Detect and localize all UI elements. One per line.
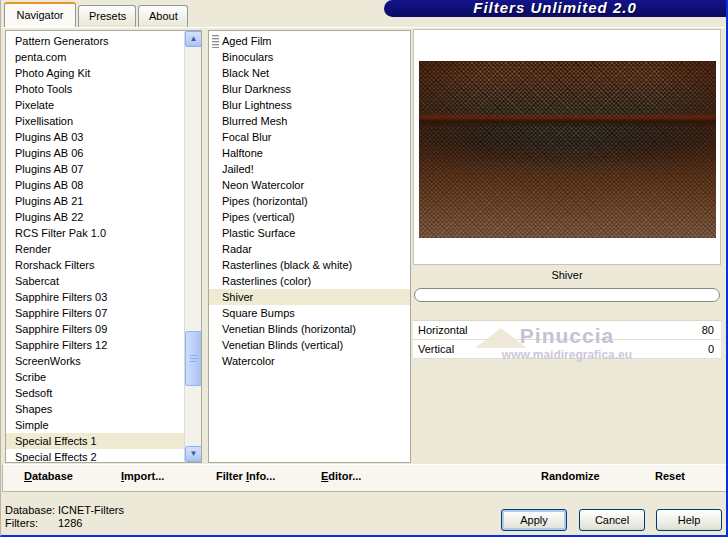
import-button[interactable]: Import... xyxy=(121,470,164,482)
list-item[interactable]: Special Effects 2 xyxy=(6,449,184,463)
tab-navigator[interactable]: Navigator xyxy=(4,2,76,27)
app-title-banner: Filters Unlimited 2.0 xyxy=(384,0,726,17)
list-item[interactable]: Neon Watercolor xyxy=(209,177,410,193)
list-item[interactable]: penta.com xyxy=(6,49,184,65)
help-button[interactable]: Help xyxy=(656,509,722,531)
list-item[interactable]: ScreenWorks xyxy=(6,353,184,369)
param-name: Vertical xyxy=(418,340,454,358)
list-item[interactable]: Photo Tools xyxy=(6,81,184,97)
list-item[interactable]: Shapes xyxy=(6,401,184,417)
list-item[interactable]: Render xyxy=(6,241,184,257)
param-value: 80 xyxy=(702,321,714,339)
param-row[interactable]: Horizontal80 xyxy=(413,321,721,340)
list-item[interactable]: Venetian Blinds (vertical) xyxy=(209,337,410,353)
reset-button[interactable]: Reset xyxy=(655,470,685,482)
status-area: Database: ICNET-Filters Filters: 1286 Ap… xyxy=(1,492,726,537)
editor-button[interactable]: Editor... xyxy=(321,470,361,482)
tab-page-edge xyxy=(1,27,726,28)
list-item[interactable]: Focal Blur xyxy=(209,129,410,145)
database-label: Database: xyxy=(5,504,55,516)
filter-info-button[interactable]: Filter Info... xyxy=(216,470,275,482)
list-item[interactable]: Black Net xyxy=(209,65,410,81)
progress-bar xyxy=(414,288,720,302)
list-item[interactable]: Halftone xyxy=(209,145,410,161)
list-item[interactable]: Rasterlines (black & white) xyxy=(209,257,410,273)
toolbar-strip: Database Import... Filter Info... Editor… xyxy=(2,464,727,492)
database-button[interactable]: Database xyxy=(24,470,73,482)
list-item[interactable]: Plugins AB 03 xyxy=(6,129,184,145)
list-item[interactable]: Shiver xyxy=(209,289,410,305)
list-item[interactable]: Blur Lightness xyxy=(209,97,410,113)
parameter-rows: Horizontal80Vertical0 xyxy=(413,320,721,359)
list-item[interactable]: Sapphire Filters 07 xyxy=(6,305,184,321)
list-item[interactable]: Radar xyxy=(209,241,410,257)
list-item[interactable]: Simple xyxy=(6,417,184,433)
list-item[interactable]: Sapphire Filters 09 xyxy=(6,321,184,337)
list-item[interactable]: Pattern Generators xyxy=(6,33,184,49)
scrollbar-thumb[interactable] xyxy=(185,331,202,386)
database-value: ICNET-Filters xyxy=(58,504,124,516)
list-item[interactable]: Sapphire Filters 03 xyxy=(6,289,184,305)
list-item[interactable]: Plugins AB 08 xyxy=(6,177,184,193)
list-item[interactable]: Sabercat xyxy=(6,273,184,289)
list-item[interactable]: Sapphire Filters 12 xyxy=(6,337,184,353)
list-item[interactable]: Plugins AB 06 xyxy=(6,145,184,161)
filters-value: 1286 xyxy=(58,517,82,529)
list-item[interactable]: Watercolor xyxy=(209,353,410,369)
category-listbox: Pattern Generatorspenta.comPhoto Aging K… xyxy=(5,30,202,463)
list-item[interactable]: Pixellisation xyxy=(6,113,184,129)
list-item[interactable]: Rasterlines (color) xyxy=(209,273,410,289)
scroll-down-icon[interactable]: ▼ xyxy=(185,446,202,462)
scroll-up-icon[interactable]: ▲ xyxy=(185,31,202,47)
list-item[interactable]: Special Effects 1 xyxy=(6,433,184,449)
category-list: Pattern Generatorspenta.comPhoto Aging K… xyxy=(6,33,184,463)
list-item[interactable]: Plugins AB 21 xyxy=(6,193,184,209)
category-scrollbar[interactable]: ▲ ▼ xyxy=(184,31,201,462)
current-filter-name: Shiver xyxy=(413,269,721,281)
filters-unlimited-dialog: { "window": { "title": "Filters Unlimite… xyxy=(0,0,728,537)
list-item[interactable]: Photo Aging Kit xyxy=(6,65,184,81)
list-item[interactable]: Binoculars xyxy=(209,49,410,65)
apply-button[interactable]: Apply xyxy=(501,509,567,531)
tab-about[interactable]: About xyxy=(138,5,188,27)
list-item[interactable]: Pipes (vertical) xyxy=(209,209,410,225)
list-item[interactable]: Plugins AB 07 xyxy=(6,161,184,177)
list-item[interactable]: Plugins AB 22 xyxy=(6,209,184,225)
list-item[interactable]: Rorshack Filters xyxy=(6,257,184,273)
list-item[interactable]: Blur Darkness xyxy=(209,81,410,97)
randomize-button[interactable]: Randomize xyxy=(541,470,600,482)
list-item[interactable]: Jailed! xyxy=(209,161,410,177)
cancel-button[interactable]: Cancel xyxy=(579,509,645,531)
param-name: Horizontal xyxy=(418,321,468,339)
list-item[interactable]: Pipes (horizontal) xyxy=(209,193,410,209)
filter-listbox: Aged FilmBinocularsBlack NetBlur Darknes… xyxy=(208,30,411,463)
preview-pane xyxy=(413,29,721,265)
list-item[interactable]: Plastic Surface xyxy=(209,225,410,241)
filters-label: Filters: xyxy=(5,517,38,529)
preview-image[interactable] xyxy=(419,61,716,238)
list-item[interactable]: Scribe xyxy=(6,369,184,385)
list-item[interactable]: Venetian Blinds (horizontal) xyxy=(209,321,410,337)
param-value: 0 xyxy=(708,340,714,358)
list-item[interactable]: Blurred Mesh xyxy=(209,113,410,129)
list-item[interactable]: Aged Film xyxy=(209,33,410,49)
param-row[interactable]: Vertical0 xyxy=(413,340,721,359)
list-item[interactable]: Pixelate xyxy=(6,97,184,113)
list-item[interactable]: RCS Filter Pak 1.0 xyxy=(6,225,184,241)
filter-list: Aged FilmBinocularsBlack NetBlur Darknes… xyxy=(209,33,410,369)
list-item[interactable]: Sedsoft xyxy=(6,385,184,401)
tab-presets[interactable]: Presets xyxy=(78,5,136,27)
list-item[interactable]: Square Bumps xyxy=(209,305,410,321)
app-title: Filters Unlimited 2.0 xyxy=(473,0,637,16)
